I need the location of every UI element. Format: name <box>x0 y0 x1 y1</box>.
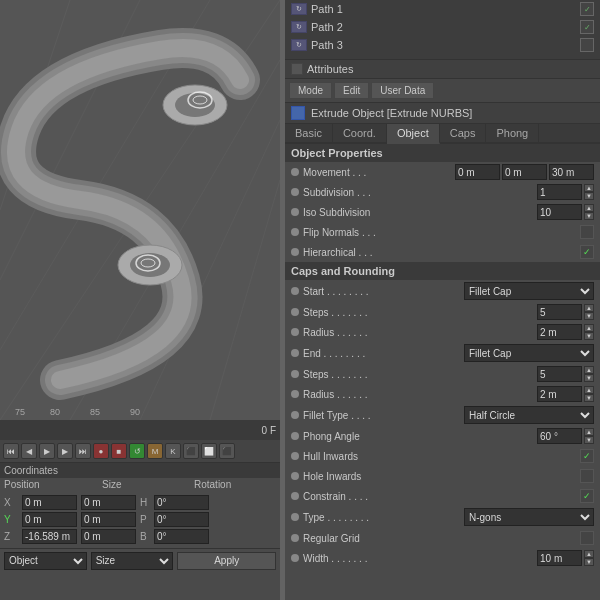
iso-input[interactable] <box>537 204 582 220</box>
path-1-check[interactable] <box>580 2 594 16</box>
transport-key[interactable]: K <box>165 443 181 459</box>
radius-end-input[interactable] <box>537 386 582 402</box>
hull-inwards-checkbox[interactable] <box>580 449 594 463</box>
radius-start-input[interactable] <box>537 324 582 340</box>
svg-text:85: 85 <box>90 407 100 417</box>
steps-end-input[interactable] <box>537 366 582 382</box>
transport-begin[interactable]: ⏮ <box>3 443 19 459</box>
hull-dot <box>291 452 299 460</box>
phong-up[interactable]: ▲ <box>584 428 594 436</box>
tab-caps[interactable]: Caps <box>440 124 487 142</box>
pos-y-input[interactable] <box>22 512 77 527</box>
tab-user-data[interactable]: User Data <box>371 82 434 99</box>
tab-basic[interactable]: Basic <box>285 124 333 142</box>
list-item[interactable]: ↻ Path 2 <box>285 18 600 36</box>
regular-grid-dot <box>291 534 299 542</box>
phong-value: ▲ ▼ <box>537 428 594 444</box>
fillet-dot <box>291 411 299 419</box>
type-row: Type . . . . . . . . N-gons <box>285 506 600 528</box>
width-value: ▲ ▼ <box>537 550 594 566</box>
fillet-select[interactable]: Half Circle <box>464 406 594 424</box>
radius-end-label: Radius . . . . . . <box>303 389 537 400</box>
size-x-input[interactable] <box>81 495 136 510</box>
transport-icon1[interactable]: ⬛ <box>183 443 199 459</box>
tab-mode[interactable]: Mode <box>289 82 332 99</box>
transport-icon3[interactable]: ⬛ <box>219 443 235 459</box>
subdivision-down[interactable]: ▼ <box>584 192 594 200</box>
phong-down[interactable]: ▼ <box>584 436 594 444</box>
tab-phong[interactable]: Phong <box>486 124 539 142</box>
iso-down[interactable]: ▼ <box>584 212 594 220</box>
hole-inwards-checkbox[interactable] <box>580 469 594 483</box>
width-up[interactable]: ▲ <box>584 550 594 558</box>
radius-start-down[interactable]: ▼ <box>584 332 594 340</box>
steps-end-down[interactable]: ▼ <box>584 374 594 382</box>
regular-grid-checkbox[interactable] <box>580 531 594 545</box>
rot-b-input[interactable] <box>154 529 209 544</box>
tab-object[interactable]: Object <box>387 124 440 144</box>
constrain-row: Constrain . . . . <box>285 486 600 506</box>
path-icon: ↻ <box>291 3 307 15</box>
steps-end-up[interactable]: ▲ <box>584 366 594 374</box>
transport-play[interactable]: ▶ <box>39 443 55 459</box>
section-object-properties: Object Properties <box>285 144 600 162</box>
regular-grid-value <box>580 531 594 545</box>
subdivision-up[interactable]: ▲ <box>584 184 594 192</box>
transport-prev[interactable]: ◀ <box>21 443 37 459</box>
start-select[interactable]: Fillet Cap <box>464 282 594 300</box>
steps-start-down[interactable]: ▼ <box>584 312 594 320</box>
movement-z[interactable] <box>549 164 594 180</box>
path-2-check[interactable] <box>580 20 594 34</box>
transport-stop[interactable]: ■ <box>111 443 127 459</box>
list-item[interactable]: ↻ Path 3 <box>285 36 600 54</box>
frame-label: 0 F <box>262 425 276 436</box>
transport-record[interactable]: ● <box>93 443 109 459</box>
tab-edit[interactable]: Edit <box>334 82 369 99</box>
movement-x[interactable] <box>455 164 500 180</box>
transport-loop[interactable]: ↺ <box>129 443 145 459</box>
iso-up[interactable]: ▲ <box>584 204 594 212</box>
steps-start-value: ▲ ▼ <box>537 304 594 320</box>
transport-end[interactable]: ⏭ <box>75 443 91 459</box>
attributes-checkbox[interactable] <box>291 63 303 75</box>
end-select[interactable]: Fillet Cap <box>464 344 594 362</box>
flip-normals-checkbox[interactable] <box>580 225 594 239</box>
rot-h-input[interactable] <box>154 495 209 510</box>
regular-grid-row: Regular Grid <box>285 528 600 548</box>
pos-x-input[interactable] <box>22 495 77 510</box>
phong-input[interactable] <box>537 428 582 444</box>
transport-icon2[interactable]: ⬜ <box>201 443 217 459</box>
hierarchical-checkbox[interactable] <box>580 245 594 259</box>
transport-motion[interactable]: M <box>147 443 163 459</box>
size-select[interactable]: Size <box>91 552 174 570</box>
size-y-input[interactable] <box>81 512 136 527</box>
rot-p-input[interactable] <box>154 512 209 527</box>
radius-end-up[interactable]: ▲ <box>584 386 594 394</box>
width-input[interactable] <box>537 550 582 566</box>
iso-value: ▲ ▼ <box>537 204 594 220</box>
steps-start-up[interactable]: ▲ <box>584 304 594 312</box>
tab-coord[interactable]: Coord. <box>333 124 387 142</box>
flip-label: Flip Normals . . . <box>303 227 580 238</box>
steps-start-input[interactable] <box>537 304 582 320</box>
radius-start-up[interactable]: ▲ <box>584 324 594 332</box>
width-down[interactable]: ▼ <box>584 558 594 566</box>
coords-content: X H Y P Z B <box>0 491 280 550</box>
transport-next[interactable]: ▶ <box>57 443 73 459</box>
pos-z-input[interactable] <box>22 529 77 544</box>
radius-start-label: Radius . . . . . . <box>303 327 537 338</box>
type-select[interactable]: N-gons <box>464 508 594 526</box>
object-select[interactable]: Object <box>4 552 87 570</box>
subdivision-input[interactable] <box>537 184 582 200</box>
list-item[interactable]: ↻ Path 1 <box>285 0 600 18</box>
3d-viewport[interactable]: 75 80 85 90 <box>0 0 280 420</box>
constrain-checkbox[interactable] <box>580 489 594 503</box>
path-3-check[interactable] <box>580 38 594 52</box>
apply-button[interactable]: Apply <box>177 552 276 570</box>
axis-y-label: Y <box>4 514 22 525</box>
radius-end-down[interactable]: ▼ <box>584 394 594 402</box>
extrude-label: Extrude Object [Extrude NURBS] <box>285 103 600 124</box>
fillet-label: Fillet Type . . . . <box>303 410 464 421</box>
movement-y[interactable] <box>502 164 547 180</box>
size-z-input[interactable] <box>81 529 136 544</box>
